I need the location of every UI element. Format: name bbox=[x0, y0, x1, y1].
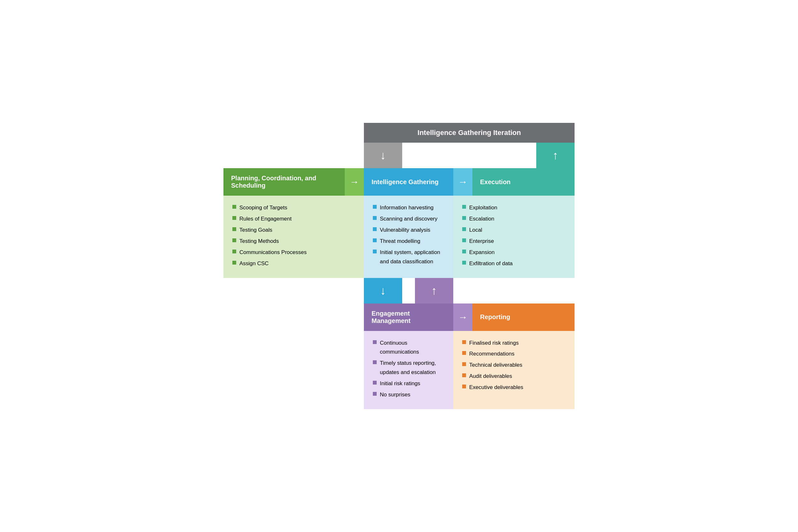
intel-item-5: Initial system, application and data cla… bbox=[380, 248, 444, 266]
list-item: Exploitation bbox=[462, 203, 566, 212]
exec-item-3: Local bbox=[469, 226, 482, 235]
mid-right-space bbox=[453, 278, 574, 304]
execution-header: Execution bbox=[472, 168, 574, 196]
bullet-icon bbox=[462, 250, 466, 253]
bullet-icon bbox=[232, 261, 236, 265]
list-item: Audit deliverables bbox=[462, 372, 566, 381]
bullet-icon bbox=[373, 227, 377, 231]
bullet-icon bbox=[232, 239, 236, 242]
report-item-4: Audit deliverables bbox=[469, 372, 512, 381]
engage-item-3: Initial risk ratings bbox=[380, 379, 420, 388]
arrow-down-gray: ↓ bbox=[364, 142, 402, 168]
mid-arrow-down-blue: ↓ bbox=[364, 278, 402, 304]
engagement-title: Engagement Management bbox=[372, 310, 445, 325]
bullet-icon bbox=[462, 205, 466, 209]
bullet-icon bbox=[373, 250, 377, 253]
spacer-left bbox=[224, 142, 364, 168]
report-item-5: Executive deliverables bbox=[469, 383, 523, 392]
bullet-icon bbox=[373, 239, 377, 242]
exec-item-2: Escalation bbox=[469, 214, 494, 224]
bullet-icon bbox=[373, 216, 377, 220]
bullet-icon bbox=[462, 261, 466, 265]
bullet-icon bbox=[373, 392, 377, 396]
bullet-icon bbox=[462, 239, 466, 242]
bullet-icon bbox=[232, 250, 236, 253]
planning-title: Planning, Coordination, and Scheduling bbox=[231, 175, 337, 189]
bottom-header-row: Engagement Management → Reporting bbox=[224, 304, 574, 331]
arrow-up-teal: ↑ bbox=[536, 142, 574, 168]
bullet-icon bbox=[462, 227, 466, 231]
reporting-title: Reporting bbox=[480, 314, 510, 321]
intel-item-4: Threat modelling bbox=[380, 237, 420, 246]
list-item: Expansion bbox=[462, 248, 566, 257]
engagement-content: Continuous communications Timely status … bbox=[364, 331, 453, 409]
diagram: Intelligence Gathering Iteration ↓ ↑ Pla… bbox=[224, 123, 574, 409]
exec-item-6: Exfiltration of data bbox=[469, 259, 513, 268]
arrow-right-icon-purple: → bbox=[458, 312, 468, 323]
planning-item-1: Scooping of Targets bbox=[240, 203, 287, 212]
planning-header: Planning, Coordination, and Scheduling bbox=[224, 168, 345, 196]
list-item: Assign CSC bbox=[232, 259, 355, 268]
arrow-right-icon-green: → bbox=[349, 176, 359, 187]
reporting-content: Finalised risk ratings Recommendations T… bbox=[453, 331, 574, 409]
intelligence-content: Information harvesting Scanning and disc… bbox=[364, 196, 453, 278]
list-item: Recommendations bbox=[462, 349, 566, 359]
arrow-blue: → bbox=[453, 168, 472, 196]
bullet-icon bbox=[462, 216, 466, 220]
engage-item-4: No surprises bbox=[380, 390, 410, 400]
planning-item-5: Communications Processes bbox=[240, 248, 307, 257]
bullet-icon bbox=[462, 351, 466, 355]
planning-item-3: Testing Goals bbox=[240, 226, 272, 235]
bottom-content-row: Continuous communications Timely status … bbox=[224, 331, 574, 409]
execution-title: Execution bbox=[480, 178, 511, 186]
bullet-icon bbox=[232, 227, 236, 231]
intel-item-1: Information harvesting bbox=[380, 203, 434, 212]
list-item: Scanning and discovery bbox=[373, 214, 444, 224]
list-item: Threat modelling bbox=[373, 237, 444, 246]
list-item: Initial system, application and data cla… bbox=[373, 248, 444, 266]
report-item-1: Finalised risk ratings bbox=[469, 339, 519, 348]
execution-content: Exploitation Escalation Local Enterprise… bbox=[453, 196, 574, 278]
bullet-icon bbox=[373, 360, 377, 364]
intelligence-header: Intelligence Gathering bbox=[364, 168, 453, 196]
list-item: Vulnerability analysis bbox=[373, 226, 444, 235]
engage-item-2: Timely status reporting, updates and esc… bbox=[380, 359, 444, 377]
bullet-icon bbox=[462, 362, 466, 366]
list-item: Scooping of Targets bbox=[232, 203, 355, 212]
bottom-left-gap bbox=[224, 331, 364, 409]
intel-item-2: Scanning and discovery bbox=[380, 214, 438, 224]
intelligence-title: Intelligence Gathering bbox=[372, 178, 439, 186]
list-item: Continuous communications bbox=[373, 339, 444, 357]
planning-content: Scooping of Targets Rules of Engagement … bbox=[224, 196, 364, 278]
engagement-header: Engagement Management bbox=[364, 304, 453, 331]
arrow-down-icon: ↓ bbox=[380, 149, 386, 162]
planning-item-4: Testing Methods bbox=[240, 237, 279, 246]
planning-item-2: Rules of Engagement bbox=[240, 214, 292, 224]
planning-item-6: Assign CSC bbox=[240, 259, 269, 268]
list-item: Local bbox=[462, 226, 566, 235]
mid-arrow-down-icon: ↓ bbox=[380, 284, 386, 298]
bullet-icon bbox=[373, 205, 377, 209]
exec-item-5: Expansion bbox=[469, 248, 494, 257]
exec-item-1: Exploitation bbox=[469, 203, 497, 212]
list-item: Exfiltration of data bbox=[462, 259, 566, 268]
list-item: Timely status reporting, updates and esc… bbox=[373, 359, 444, 377]
bottom-left-space bbox=[224, 304, 364, 331]
list-item: Escalation bbox=[462, 214, 566, 224]
main-header-row: Planning, Coordination, and Scheduling →… bbox=[224, 168, 574, 196]
intel-item-3: Vulnerability analysis bbox=[380, 226, 430, 235]
list-item: Information harvesting bbox=[373, 203, 444, 212]
arrow-green: → bbox=[345, 168, 364, 196]
bullet-icon bbox=[462, 374, 466, 377]
arrow-right-icon-blue: → bbox=[458, 176, 468, 187]
bullet-icon bbox=[232, 205, 236, 209]
mid-gap: ↑ bbox=[402, 278, 453, 304]
exec-item-4: Enterprise bbox=[469, 237, 494, 246]
reporting-header: Reporting bbox=[472, 304, 574, 331]
list-item: Technical deliverables bbox=[462, 361, 566, 370]
mid-left-space bbox=[224, 278, 364, 304]
arrow-purple: → bbox=[453, 304, 472, 331]
list-item: Executive deliverables bbox=[462, 383, 566, 392]
list-item: Finalised risk ratings bbox=[462, 339, 566, 348]
mid-arrow-up-purple: ↑ bbox=[415, 278, 453, 304]
